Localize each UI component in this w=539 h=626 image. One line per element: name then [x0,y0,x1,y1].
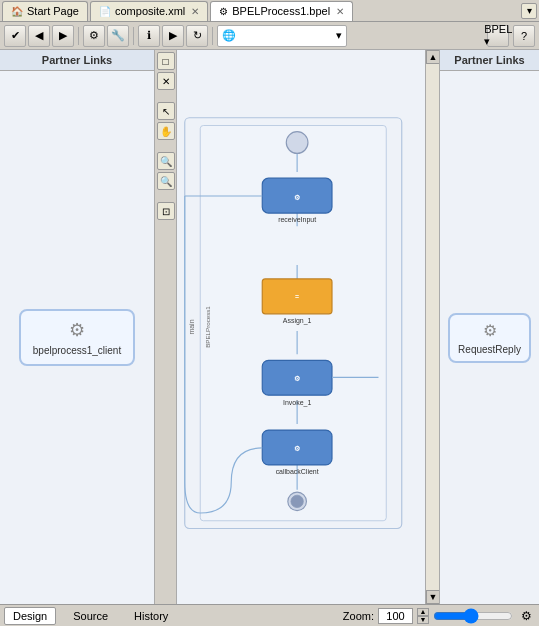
toolbar-refresh-btn[interactable]: ↻ [186,25,208,47]
bpel-dropdown-btn[interactable]: BPEL ▾ [487,25,509,47]
request-reply-icon: ⚙ [483,321,497,340]
right-partner-title: Partner Links [440,50,539,71]
client-label: bpelprocess1_client [33,345,121,356]
bpel-icon: ⚙ [219,6,228,17]
toolbar-back-btn[interactable]: ◀ [28,25,50,47]
left-partner-panel: Partner Links ⚙ bpelprocess1_client [0,50,155,604]
help-icon: ? [521,30,527,42]
zoom-down-btn[interactable]: ▼ [417,616,429,624]
bpelprocess1-client-box[interactable]: ⚙ bpelprocess1_client [19,309,135,366]
scroll-down-btn[interactable]: ▼ [426,590,440,604]
canvas-toolbar: □ ✕ ↖ ✋ 🔍 🔍 ⊡ [155,50,177,604]
canvas-fit-btn[interactable]: ⊡ [157,202,175,220]
request-reply-box[interactable]: ⚙ RequestReply [448,313,531,363]
request-reply-label: RequestReply [458,344,521,355]
tab-composite-close[interactable]: ✕ [191,6,199,17]
tab-start-page-label: Start Page [27,5,79,17]
main-toolbar: ✔ ◀ ▶ ⚙ 🔧 ℹ ▶ ↻ 🌐 ▾ BPEL ▾ ? [0,22,539,50]
bottom-tab-history[interactable]: History [125,607,177,625]
toolbar-deploy-btn[interactable]: ▶ [162,25,184,47]
zoom-up-btn[interactable]: ▲ [417,608,429,616]
sep2 [133,27,134,45]
canvas-zoom-out-btn[interactable]: 🔍 [157,172,175,190]
toolbar-btn3[interactable]: 🔧 [107,25,129,47]
main-area: Partner Links ⚙ bpelprocess1_client □ ✕ … [0,50,539,604]
start-page-icon: 🏠 [11,6,23,17]
toolbar-btn2[interactable]: ⚙ [83,25,105,47]
bpel-flow-svg: main BPELProcess1 ⚙ receiveInput [177,50,425,604]
canvas-collapse-btn[interactable]: □ [157,52,175,70]
dropdown-arrow: ▾ [336,29,342,42]
svg-text:BPELProcess1: BPELProcess1 [204,306,211,348]
toolbar-help-area: BPEL ▾ ? [487,25,535,47]
start-node [286,132,308,154]
zoom-area: Zoom: ▲ ▼ ⚙ [343,607,535,625]
svg-point-24 [291,495,303,507]
zoom-spinner: ▲ ▼ [417,608,429,624]
tab-bpel-label: BPELProcess1.bpel [232,5,330,17]
source-tab-label: Source [73,610,108,622]
tab-bpel-process[interactable]: ⚙ BPELProcess1.bpel ✕ [210,1,353,21]
sep1 [78,27,79,45]
svg-text:receiveInput: receiveInput [278,216,316,224]
canvas-hand-btn[interactable]: ✋ [157,122,175,140]
right-scrollbar[interactable]: ▲ ▼ [425,50,439,604]
canvas-zoom-in-btn[interactable]: 🔍 [157,152,175,170]
bpel-label: BPEL ▾ [484,23,512,48]
svg-text:⚙: ⚙ [294,194,300,201]
zoom-settings-icon[interactable]: ⚙ [517,607,535,625]
tab-composite-label: composite.xml [115,5,185,17]
toolbar-namespace-dropdown[interactable]: 🌐 ▾ [217,25,347,47]
tab-bpel-close[interactable]: ✕ [336,6,344,17]
svg-text:callbackClient: callbackClient [276,468,319,475]
tab-bar: 🏠 Start Page 📄 composite.xml ✕ ⚙ BPELPro… [0,0,539,22]
toolbar-forward-btn[interactable]: ▶ [52,25,74,47]
help-btn[interactable]: ? [513,25,535,47]
canvas-area: □ ✕ ↖ ✋ 🔍 🔍 ⊡ main BPELProcess1 [155,50,425,604]
toolbar-validate-btn[interactable]: ✔ [4,25,26,47]
svg-text:main: main [188,319,195,334]
composite-icon: 📄 [99,6,111,17]
tab-start-page[interactable]: 🏠 Start Page [2,1,88,21]
svg-text:⚙: ⚙ [294,375,300,382]
canvas-close-btn[interactable]: ✕ [157,72,175,90]
design-tab-label: Design [13,610,47,622]
bottom-tab-source[interactable]: Source [64,607,117,625]
namespace-icon: 🌐 [222,29,236,42]
bottom-bar: Design Source History Zoom: ▲ ▼ ⚙ [0,604,539,626]
toolbar-info-btn[interactable]: ℹ [138,25,160,47]
right-partner-panel: Partner Links ⚙ RequestReply [439,50,539,604]
svg-text:⚙: ⚙ [294,445,300,452]
svg-text:=: = [295,293,299,300]
sep3 [212,27,213,45]
zoom-slider[interactable] [433,609,513,623]
flow-canvas: main BPELProcess1 ⚙ receiveInput [177,50,425,604]
left-partner-title: Partner Links [0,50,154,71]
svg-text:Assign_1: Assign_1 [283,317,312,325]
right-partner-area: ⚙ RequestReply [440,71,539,604]
tab-overflow-btn[interactable]: ▾ [521,3,537,19]
client-gear-icon: ⚙ [69,319,85,341]
tab-composite[interactable]: 📄 composite.xml ✕ [90,1,208,21]
svg-text:Invoke_1: Invoke_1 [283,399,311,407]
bottom-tab-design[interactable]: Design [4,607,56,625]
scroll-up-btn[interactable]: ▲ [426,50,440,64]
left-partner-area: ⚙ bpelprocess1_client [0,71,154,604]
history-tab-label: History [134,610,168,622]
zoom-label: Zoom: [343,610,374,622]
zoom-input[interactable] [378,608,413,624]
canvas-cursor-btn[interactable]: ↖ [157,102,175,120]
scroll-track[interactable] [426,64,439,590]
